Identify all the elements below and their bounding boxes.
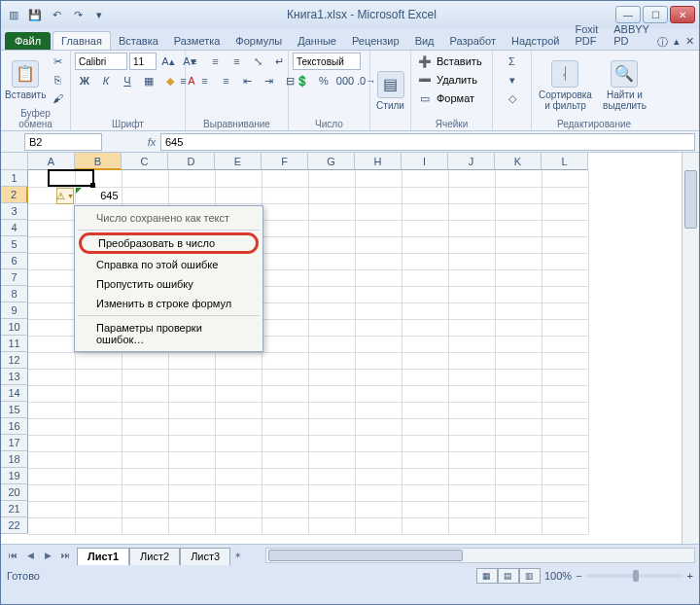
find-select-button[interactable]: 🔍 Найти и выделить: [597, 60, 652, 111]
sheet-tab-1[interactable]: Лист1: [77, 548, 129, 565]
tab-developer[interactable]: Разработ: [442, 32, 504, 50]
formula-input[interactable]: 645: [160, 133, 695, 151]
cell[interactable]: [542, 435, 588, 451]
cell[interactable]: [448, 484, 495, 501]
currency-icon[interactable]: 💲: [293, 72, 312, 89]
cell[interactable]: [215, 435, 262, 451]
cell[interactable]: [355, 468, 402, 484]
cell[interactable]: [448, 435, 495, 451]
cell[interactable]: [262, 253, 308, 269]
cell[interactable]: [402, 336, 448, 352]
cell[interactable]: [402, 286, 448, 302]
cell[interactable]: [542, 170, 588, 187]
cell[interactable]: [402, 451, 448, 468]
border-icon[interactable]: ▦: [139, 72, 158, 89]
cell[interactable]: [402, 352, 448, 369]
zoom-out-icon[interactable]: −: [576, 570, 581, 582]
cell[interactable]: [75, 451, 122, 468]
row-header[interactable]: 11: [1, 336, 28, 352]
cell[interactable]: [448, 385, 495, 402]
row-header[interactable]: 13: [1, 369, 28, 385]
cell[interactable]: [215, 402, 262, 418]
cell[interactable]: [355, 501, 402, 517]
cell[interactable]: [402, 517, 448, 534]
excel-icon[interactable]: ▥: [5, 6, 22, 23]
cell[interactable]: [542, 501, 588, 517]
cell[interactable]: [308, 418, 355, 435]
tab-foxit[interactable]: Foxit PDF: [567, 20, 606, 50]
cell[interactable]: [308, 369, 355, 385]
cell[interactable]: [308, 435, 355, 451]
cell[interactable]: [75, 418, 122, 435]
next-sheet-icon[interactable]: ▶: [40, 548, 55, 563]
cell[interactable]: [122, 501, 168, 517]
worksheet-grid[interactable]: ABCDEFGHIJKL 123456789101112131415161718…: [1, 153, 699, 544]
cell[interactable]: [355, 435, 402, 451]
cell[interactable]: [355, 484, 402, 501]
cell[interactable]: [542, 302, 588, 319]
cell[interactable]: [542, 402, 588, 418]
cell[interactable]: [448, 517, 495, 534]
zoom-slider-handle[interactable]: [633, 570, 639, 582]
cell[interactable]: [28, 402, 75, 418]
cell[interactable]: [402, 236, 448, 253]
cell[interactable]: [355, 336, 402, 352]
cell[interactable]: [355, 187, 402, 203]
tab-abbyy[interactable]: ABBYY PD: [606, 20, 657, 50]
zoom-slider[interactable]: [586, 574, 683, 578]
normal-view-icon[interactable]: ▦: [476, 568, 498, 584]
cell[interactable]: [262, 484, 308, 501]
cell[interactable]: [28, 302, 75, 319]
row-header[interactable]: 9: [1, 302, 28, 319]
cell[interactable]: [215, 484, 262, 501]
close-button[interactable]: ✕: [670, 6, 695, 23]
cell[interactable]: [402, 369, 448, 385]
indent-dec-icon[interactable]: ⇤: [238, 72, 258, 89]
delete-cells-button[interactable]: ➖Удалить: [415, 71, 477, 89]
cell[interactable]: [542, 484, 588, 501]
cell[interactable]: [75, 352, 122, 369]
cell[interactable]: [542, 385, 588, 402]
cell[interactable]: [402, 220, 448, 236]
comma-icon[interactable]: 000: [335, 72, 355, 89]
tab-view[interactable]: Вид: [407, 32, 442, 50]
cell[interactable]: [448, 286, 495, 302]
percent-icon[interactable]: %: [314, 72, 333, 89]
cell[interactable]: [262, 236, 308, 253]
cell[interactable]: [448, 336, 495, 352]
cell[interactable]: [28, 336, 75, 352]
cell[interactable]: [122, 187, 168, 203]
cell[interactable]: [75, 369, 122, 385]
page-break-view-icon[interactable]: ▥: [519, 568, 541, 584]
cell[interactable]: [28, 435, 75, 451]
menu-edit-formula-bar[interactable]: Изменить в строке формул: [77, 294, 261, 313]
cell[interactable]: [122, 451, 168, 468]
cell[interactable]: [355, 170, 402, 187]
cell[interactable]: [28, 484, 75, 501]
cell[interactable]: [402, 501, 448, 517]
cell[interactable]: [215, 352, 262, 369]
page-layout-view-icon[interactable]: ▤: [498, 568, 519, 584]
menu-error-options[interactable]: Параметры проверки ошибок…: [77, 318, 261, 349]
cell[interactable]: [168, 468, 215, 484]
cell[interactable]: [28, 286, 75, 302]
cell[interactable]: [402, 435, 448, 451]
sheet-tab-2[interactable]: Лист2: [129, 548, 180, 565]
cell[interactable]: [308, 517, 355, 534]
cell[interactable]: [28, 501, 75, 517]
column-header[interactable]: K: [495, 153, 542, 170]
row-header[interactable]: 21: [1, 501, 28, 517]
cell[interactable]: [262, 286, 308, 302]
row-header[interactable]: 19: [1, 468, 28, 484]
row-header[interactable]: 4: [1, 220, 28, 236]
cell[interactable]: [262, 451, 308, 468]
fill-icon[interactable]: ▾: [503, 71, 522, 89]
cell[interactable]: [308, 236, 355, 253]
cell[interactable]: [215, 170, 262, 187]
cell[interactable]: [308, 187, 355, 203]
cell[interactable]: [402, 468, 448, 484]
cell[interactable]: [28, 170, 75, 187]
cell[interactable]: [542, 236, 588, 253]
cell[interactable]: [28, 236, 75, 253]
cell[interactable]: [448, 187, 495, 203]
